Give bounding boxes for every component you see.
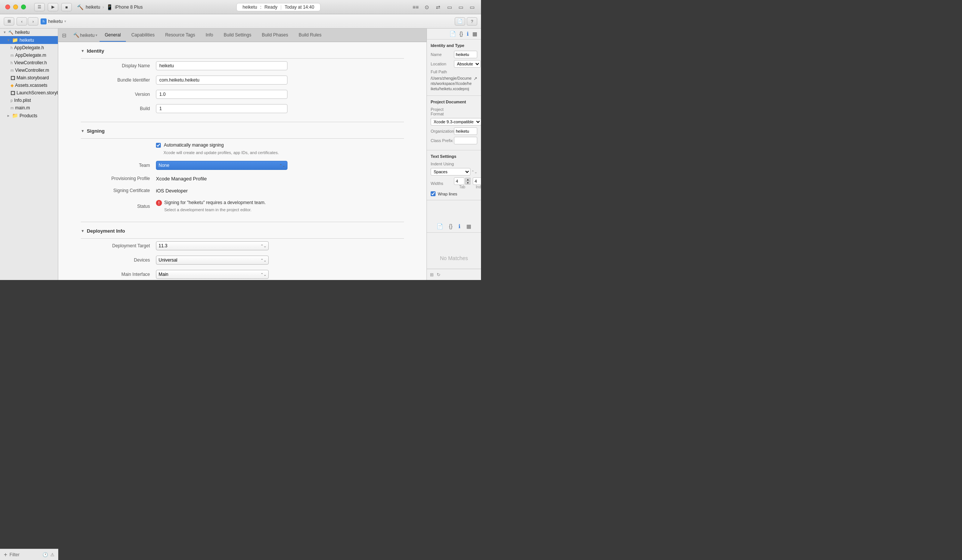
back-button[interactable]: ‹ xyxy=(16,17,27,26)
tab-build-settings[interactable]: Build Settings xyxy=(218,29,256,42)
tab-label: Tab xyxy=(454,185,470,189)
panel-toggle[interactable]: ⊟ xyxy=(62,29,71,42)
maximize-button[interactable] xyxy=(21,5,26,10)
right-filter-refresh-icon[interactable]: ↻ xyxy=(437,272,441,278)
build-input[interactable] xyxy=(156,104,287,113)
nav-arrows: ‹ › xyxy=(16,17,38,26)
help-icon[interactable]: ? xyxy=(467,17,477,26)
main-interface-select[interactable]: Main xyxy=(156,270,269,279)
sidebar-item-appdelegate-m[interactable]: m AppDelegate.m xyxy=(0,52,58,59)
auto-manage-checkbox[interactable] xyxy=(156,143,161,148)
right-location-select[interactable]: Absolute xyxy=(454,60,481,68)
file-icon[interactable]: 📄 xyxy=(449,31,456,37)
right-name-input[interactable] xyxy=(454,51,477,58)
code-icon[interactable]: {} xyxy=(460,31,463,37)
right-format-select[interactable]: Xcode 9.3-compatible xyxy=(431,118,481,126)
right-path-arrow-icon[interactable]: ↗ xyxy=(473,76,477,81)
lines-icon[interactable]: ≡≡ xyxy=(412,3,420,11)
right-indent-select[interactable]: Spaces xyxy=(431,168,470,176)
right-panel-spacer xyxy=(427,200,481,220)
sidebar-item-assets[interactable]: ◆ Assets.xcassets xyxy=(0,82,58,89)
tab-general[interactable]: General xyxy=(100,29,126,42)
center-panel-icon[interactable]: ▭ xyxy=(457,3,465,11)
tab-capabilities[interactable]: Capabilities xyxy=(126,29,160,42)
right-org-input[interactable] xyxy=(454,127,477,135)
circle-icon[interactable]: ℹ xyxy=(467,31,469,37)
right-tab-input[interactable] xyxy=(454,178,465,185)
devices-select[interactable]: Universal xyxy=(156,256,269,265)
folder-icon: 📁 xyxy=(12,37,18,43)
main-interface-row: Main Interface Main ⌃⌄ xyxy=(81,267,404,280)
sidebar-item-viewcontroller-h[interactable]: h ViewController.h xyxy=(0,59,58,66)
right-bottom-layout-icon[interactable]: ▦ xyxy=(466,223,471,229)
close-button[interactable] xyxy=(5,5,10,10)
right-widths-row: Widths ▲ ▼ Tab xyxy=(431,178,477,189)
version-label: Version xyxy=(81,92,156,97)
run-button[interactable]: ▶ xyxy=(48,3,58,11)
tab-stepper-up[interactable]: ▲ xyxy=(465,178,470,181)
tab-resource-tags[interactable]: Resource Tags xyxy=(160,29,200,42)
right-indent-input[interactable] xyxy=(473,178,481,185)
signing-disclosure[interactable]: ▼ xyxy=(81,129,84,133)
right-bottom-code-icon[interactable]: {} xyxy=(449,223,452,229)
right-bottom-file-icon[interactable]: 📄 xyxy=(437,223,443,229)
wrap-lines-checkbox[interactable] xyxy=(431,191,436,196)
devices-row: Devices Universal ⌃⌄ xyxy=(81,253,404,267)
tab-build-rules[interactable]: Build Rules xyxy=(294,29,327,42)
time-label: Today at 14:40 xyxy=(284,5,314,10)
right-text-settings-section: Text Settings Indent Using Spaces ⌃⌄ Wid… xyxy=(427,150,481,200)
indent-label: Indent xyxy=(473,185,481,189)
search-icon[interactable]: ⊙ xyxy=(423,3,431,11)
right-class-prefix-input[interactable] xyxy=(454,137,477,144)
right-org-label: Organization xyxy=(431,129,454,134)
display-name-input[interactable] xyxy=(156,61,287,70)
right-filter-grid-icon[interactable]: ⊞ xyxy=(430,272,434,278)
right-panel-icon[interactable]: ▭ xyxy=(468,3,476,11)
sidebar-label-launchscreen: LaunchScreen.storyboard xyxy=(16,90,58,95)
project-disclosure-icon: ▼ xyxy=(7,38,11,42)
minimize-button[interactable] xyxy=(13,5,18,10)
sidebar-item-viewcontroller-m[interactable]: m ViewController.m xyxy=(0,66,58,74)
team-row: Team None ⌃⌄ xyxy=(81,158,404,173)
right-full-path-label-row: Full Path xyxy=(431,69,477,74)
breadcrumb-icon: h xyxy=(40,18,47,24)
root-icon: 🔨 xyxy=(8,30,13,35)
bundle-id-input[interactable] xyxy=(156,76,287,85)
sidebar-item-info-plist[interactable]: p Info.plist xyxy=(0,97,58,104)
sidebar-item-main-m[interactable]: m main.m xyxy=(0,104,58,111)
left-panel-icon[interactable]: ▭ xyxy=(445,3,453,11)
identity-disclosure[interactable]: ▼ xyxy=(81,49,84,53)
no-matches-text: No Matches xyxy=(440,255,468,261)
deployment-target-select[interactable]: 11.3 xyxy=(156,241,269,250)
device-title: iPhone 8 Plus xyxy=(115,5,143,10)
stop-button[interactable]: ■ xyxy=(61,3,72,11)
version-input[interactable] xyxy=(156,90,287,99)
doc-icon[interactable]: 📄 xyxy=(455,17,465,26)
sidebar-item-project[interactable]: ▼ 📁 heiketu xyxy=(0,36,58,44)
tab-stepper[interactable]: ▲ ▼ xyxy=(465,178,470,184)
sidebar-item-root[interactable]: ▼ 🔨 heiketu xyxy=(0,29,58,36)
sidebar-toggle[interactable]: ⊞ xyxy=(4,17,14,26)
right-name-label: Name xyxy=(431,52,454,57)
sidebar-item-products[interactable]: ► 📁 Products xyxy=(0,111,58,119)
back-forward-icon[interactable]: ⇄ xyxy=(434,3,442,11)
right-identity-type-title: Identity and Type xyxy=(431,43,477,48)
nav-panel-icon[interactable]: ☰ xyxy=(34,3,45,11)
layout-icon[interactable]: ▦ xyxy=(472,31,477,37)
tab-build-phases[interactable]: Build Phases xyxy=(257,29,294,42)
sidebar-item-appdelegate-h[interactable]: h AppDelegate.h xyxy=(0,44,58,52)
sidebar-item-launchscreen[interactable]: 🔲 LaunchScreen.storyboard xyxy=(0,89,58,97)
tab-info-label: Info xyxy=(205,32,213,37)
tab-info[interactable]: Info xyxy=(200,29,218,42)
devices-select-wrapper: Universal ⌃⌄ xyxy=(156,256,269,265)
right-bottom-info-icon[interactable]: ℹ xyxy=(458,223,460,229)
version-row: Version xyxy=(81,87,404,102)
deployment-disclosure[interactable]: ▼ xyxy=(81,229,84,233)
forward-button[interactable]: › xyxy=(28,17,38,26)
status-desc: Select a development team in the project… xyxy=(164,207,266,213)
auto-manage-checkbox-row: Automatically manage signing xyxy=(156,141,404,149)
tab-stepper-down[interactable]: ▼ xyxy=(465,181,470,184)
team-select[interactable]: None xyxy=(156,161,287,170)
sidebar-item-main-storyboard[interactable]: 🔲 Main.storyboard xyxy=(0,74,58,82)
products-disclosure-icon: ► xyxy=(7,114,11,118)
